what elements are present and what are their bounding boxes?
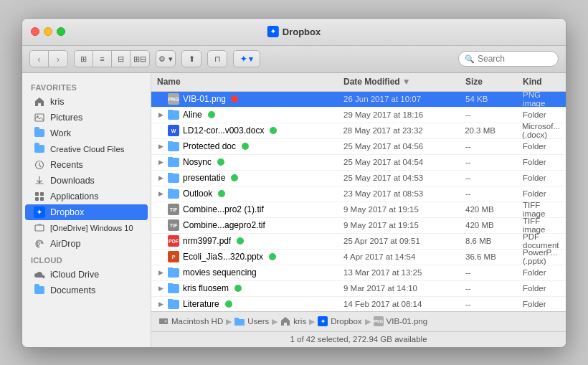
- expand-arrow: ▶: [157, 158, 164, 166]
- view-buttons: ⊞ ≡ ⊟ ⊞⊟: [74, 50, 150, 67]
- svg-point-8: [39, 243, 40, 245]
- col-header-date[interactable]: Date Modified ▼: [343, 77, 465, 87]
- file-name: movies sequencing: [183, 267, 257, 278]
- file-icon-tif: TIF: [168, 204, 179, 215]
- svg-rect-6: [40, 197, 44, 201]
- table-row[interactable]: TIF Combine...agepro2.tif 9 May 2017 at …: [151, 218, 566, 234]
- svg-point-10: [165, 321, 167, 323]
- sidebar-item-applications[interactable]: Applications: [25, 189, 148, 204]
- table-row[interactable]: ▶ Protected doc 25 May 2017 at 04:56 -- …: [151, 139, 566, 155]
- file-name: Nosync: [183, 157, 212, 167]
- sidebar-item-documents[interactable]: Documents: [25, 283, 148, 298]
- file-size: --: [465, 158, 523, 166]
- icon-view-button[interactable]: ⊞: [75, 51, 93, 67]
- file-size: 420 MB: [465, 221, 523, 229]
- col-header-kind[interactable]: Kind: [523, 77, 560, 87]
- sidebar-item-dropbox[interactable]: ✦ Dropbox: [25, 204, 148, 220]
- sidebar-item-downloads[interactable]: Downloads: [25, 173, 148, 189]
- table-row[interactable]: PNG VIB-01.png 26 Jun 2017 at 10:07 54 K…: [151, 92, 566, 108]
- file-kind: Folder: [523, 268, 560, 277]
- file-kind: Folder: [523, 189, 560, 198]
- expand-arrow: [157, 127, 164, 134]
- breadcrumb-item[interactable]: Macintosh HD: [171, 317, 223, 326]
- titlebar: ✦ Dropbox: [22, 19, 566, 46]
- file-date: 25 Apr 2017 at 09:51: [343, 237, 465, 245]
- file-list: PNG VIB-01.png 26 Jun 2017 at 10:07 54 K…: [151, 92, 566, 311]
- file-date: 28 May 2017 at 23:32: [343, 126, 465, 135]
- folder-bc-icon: [234, 318, 245, 326]
- folder-icon: [168, 174, 179, 183]
- file-name: Outlook: [183, 189, 212, 199]
- status-dot: [208, 111, 215, 118]
- expand-arrow: [157, 253, 164, 260]
- documents-folder-icon: [34, 285, 45, 296]
- table-row[interactable]: ▶ kris fluosem 9 Mar 2017 at 14:10 -- Fo…: [151, 281, 566, 297]
- status-dot: [237, 237, 244, 245]
- sidebar-item-recents[interactable]: Recents: [25, 157, 148, 173]
- maximize-button[interactable]: [57, 27, 65, 36]
- file-date: 26 Jun 2017 at 10:07: [343, 95, 465, 103]
- dropbox-button-group: ✦ ▾: [233, 50, 260, 67]
- file-size: --: [465, 268, 523, 277]
- forward-button[interactable]: ›: [49, 51, 67, 67]
- folder-icon: [168, 110, 179, 120]
- list-view-button[interactable]: ≡: [93, 51, 112, 67]
- expand-arrow: [157, 95, 164, 103]
- file-kind: Folder: [523, 174, 560, 182]
- share-button[interactable]: ⊓: [208, 51, 227, 67]
- file-header: Name Date Modified ▼ Size Kind: [151, 73, 566, 92]
- sidebar-item-pictures[interactable]: Pictures: [25, 110, 148, 125]
- table-row[interactable]: ▶ Outlook 23 May 2017 at 08:53 -- Folder: [151, 186, 566, 202]
- back-button[interactable]: ‹: [30, 51, 49, 67]
- sidebar-item-kris[interactable]: kris: [25, 94, 148, 110]
- breadcrumb-item[interactable]: VIB-01.png: [387, 317, 428, 326]
- dropbox-sidebar-icon: ✦: [34, 207, 45, 218]
- table-row[interactable]: TIF Combine...pro2 (1).tif 9 May 2017 at…: [151, 202, 566, 218]
- breadcrumb-item[interactable]: kris: [293, 317, 306, 326]
- breadcrumb-item[interactable]: Users: [247, 317, 269, 326]
- table-row[interactable]: ▶ Aline 29 May 2017 at 18:16 -- Folder: [151, 108, 566, 123]
- col-header-size[interactable]: Size: [465, 77, 523, 87]
- favorites-label: Favorites: [22, 79, 151, 94]
- status-badge: [231, 95, 238, 103]
- dropbox-toolbar-button[interactable]: ✦ ▾: [234, 51, 260, 67]
- search-icon: 🔍: [465, 54, 475, 64]
- col-header-name[interactable]: Name: [157, 77, 343, 87]
- file-icon-pdf: PDF: [168, 235, 179, 247]
- breadcrumb-bar: Macintosh HD ▶ Users ▶ kris ▶ ✦ Dropbox …: [151, 311, 566, 331]
- sidebar-item-icloud-drive[interactable]: iCloud Drive: [25, 267, 148, 283]
- file-area: Name Date Modified ▼ Size Kind: [151, 73, 566, 347]
- search-box[interactable]: 🔍: [458, 51, 559, 67]
- table-row[interactable]: ▶ movies sequencing 13 Mar 2017 at 13:25…: [151, 265, 566, 281]
- status-bar: 1 of 42 selected, 272.94 GB available: [151, 331, 566, 347]
- arrange-button[interactable]: ⚙ ▾: [156, 51, 175, 67]
- sidebar-item-creative-cloud[interactable]: Creative Cloud Files: [25, 141, 148, 157]
- file-size: 20.3 MB: [465, 126, 522, 135]
- action-button[interactable]: ⬆: [182, 51, 201, 67]
- expand-arrow: ▶: [157, 285, 164, 292]
- sidebar-item-onedrive[interactable]: [OneDrive] Windows 10: [25, 220, 148, 236]
- svg-rect-12: [234, 318, 239, 320]
- table-row[interactable]: PDF nrm3997.pdf 25 Apr 2017 at 09:51 8.6…: [151, 234, 566, 250]
- close-button[interactable]: [31, 27, 39, 36]
- svg-rect-11: [234, 319, 245, 326]
- column-view-button[interactable]: ⊟: [112, 51, 131, 67]
- sidebar-item-work[interactable]: Work: [25, 125, 148, 141]
- minimize-button[interactable]: [44, 27, 52, 36]
- table-row[interactable]: ▶ presentatie 25 May 2017 at 04:53 -- Fo…: [151, 171, 566, 186]
- file-kind: Folder: [523, 110, 560, 119]
- file-date: 13 Mar 2017 at 13:25: [343, 268, 465, 277]
- status-dot: [234, 285, 242, 292]
- table-row[interactable]: P Ecoli_JiaS...320.pptx 4 Apr 2017 at 14…: [151, 250, 566, 265]
- breadcrumb-item[interactable]: Dropbox: [331, 317, 361, 326]
- airdrop-icon: [34, 238, 45, 250]
- table-row[interactable]: ▶ Literature 14 Feb 2017 at 08:14 -- Fol…: [151, 297, 566, 311]
- cover-flow-button[interactable]: ⊞⊟: [131, 51, 149, 67]
- sidebar-item-airdrop[interactable]: AirDrop: [25, 236, 148, 252]
- svg-rect-4: [40, 192, 44, 196]
- search-input[interactable]: [478, 54, 552, 64]
- table-row[interactable]: W LD12-cor...v003.docx 28 May 2017 at 23…: [151, 123, 566, 139]
- arrange-button-group: ⚙ ▾: [156, 50, 176, 67]
- expand-arrow: ▶: [157, 190, 164, 197]
- table-row[interactable]: ▶ Nosync 25 May 2017 at 04:54 -- Folder: [151, 155, 566, 171]
